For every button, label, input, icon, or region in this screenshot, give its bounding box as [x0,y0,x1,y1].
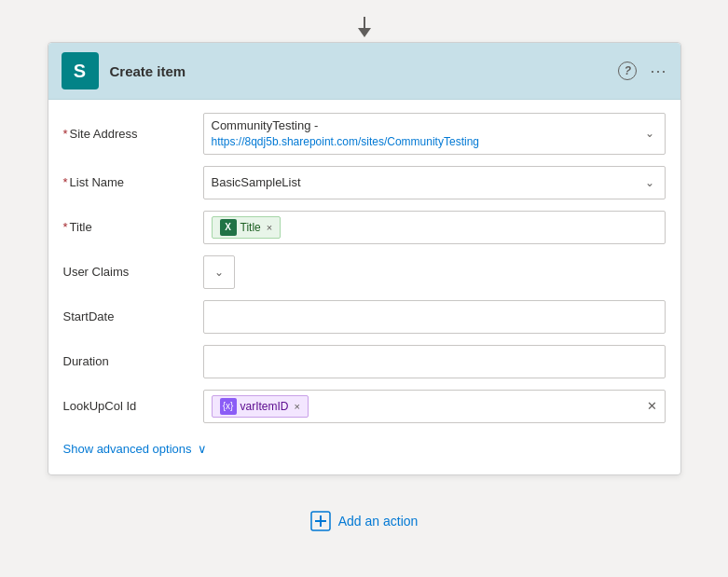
duration-control [203,345,666,378]
add-action-label: Add an action [338,514,419,529]
list-name-control: BasicSampleList ⌄ [203,166,666,199]
title-tag: X Title × [212,216,282,239]
title-required: * [63,220,68,234]
flow-arrow [355,17,374,40]
list-name-required: * [63,175,68,189]
site-address-value: CommunityTesting - https://8qdj5b.sharep… [212,117,642,150]
lookupcolid-tag-expr-icon: {x} [220,398,237,415]
lookupcolid-input[interactable]: {x} varItemID × ✕ [203,390,666,423]
duration-row: Duration [63,339,666,384]
lookupcolid-tag: {x} varItemID × [212,395,309,418]
card-body: *Site Address CommunityTesting - https:/… [48,100,680,474]
show-advanced-options[interactable]: Show advanced options ∨ [63,438,666,460]
add-action-container: Add an action [295,503,433,539]
add-action-icon [310,511,331,531]
show-advanced-chevron-icon: ∨ [198,442,207,456]
title-control: X Title × [203,211,666,244]
title-input[interactable]: X Title × [203,211,666,244]
user-claims-chevron-icon: ⌄ [212,265,227,280]
show-advanced-label: Show advanced options [63,442,192,456]
lookupcolid-control: {x} varItemID × ✕ [203,390,666,423]
title-tag-excel-icon: X [220,219,237,236]
page-container: S Create item ? ··· *Site Address Commun… [0,0,728,577]
site-address-required: * [63,127,68,141]
start-date-label: StartDate [63,309,203,323]
user-claims-control: ⌄ [203,255,666,289]
start-date-control [203,300,666,334]
user-claims-dropdown[interactable]: ⌄ [203,255,235,289]
start-date-row: StartDate [63,295,666,339]
title-tag-close-icon[interactable]: × [267,222,272,233]
user-claims-label: User Claims [63,265,203,279]
site-address-row: *Site Address CommunityTesting - https:/… [63,107,666,160]
card-header: S Create item ? ··· [48,43,680,100]
site-address-dropdown[interactable]: CommunityTesting - https://8qdj5b.sharep… [203,113,666,155]
svg-marker-1 [358,28,371,37]
card-title: Create item [110,63,619,79]
lookupcolid-tag-close-icon[interactable]: × [295,401,300,412]
list-name-label: *List Name [63,175,203,189]
help-icon[interactable]: ? [618,62,637,80]
user-claims-row: User Claims ⌄ [63,250,666,295]
more-options-icon[interactable]: ··· [650,62,666,81]
lookupcolid-row: LookUpCol Id {x} varItemID × ✕ [63,384,666,429]
title-row: *Title X Title × [63,205,666,250]
list-name-value: BasicSampleList [212,174,642,191]
add-action-button[interactable]: Add an action [295,503,433,539]
lookupcolid-label: LookUpCol Id [63,399,203,413]
site-address-label: *Site Address [63,127,203,141]
title-label: *Title [63,220,203,234]
card-header-actions: ? ··· [618,62,666,81]
lookupcolid-clear-icon[interactable]: ✕ [647,399,657,413]
site-address-control: CommunityTesting - https://8qdj5b.sharep… [203,113,666,155]
create-item-card: S Create item ? ··· *Site Address Commun… [48,42,681,475]
site-address-chevron-icon: ⌄ [642,126,657,141]
card-icon-letter: S [74,61,86,82]
lookupcolid-tag-label: varItemID [240,400,289,413]
list-name-dropdown[interactable]: BasicSampleList ⌄ [203,166,666,199]
duration-label: Duration [63,354,203,368]
list-name-chevron-icon: ⌄ [642,175,657,190]
duration-input[interactable] [203,345,666,378]
card-icon: S [62,52,99,89]
list-name-row: *List Name BasicSampleList ⌄ [63,160,666,205]
start-date-input[interactable] [203,300,666,334]
title-tag-label: Title [240,221,261,234]
